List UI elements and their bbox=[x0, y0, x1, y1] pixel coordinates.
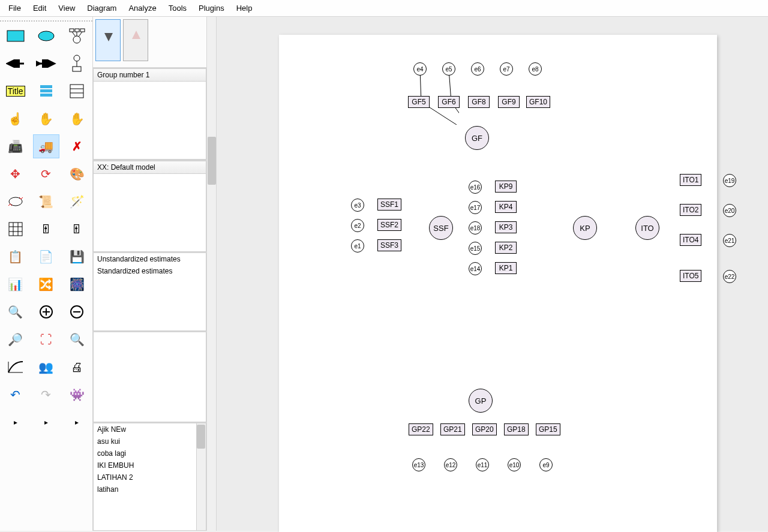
shuffle-tool[interactable]: 🔀 bbox=[33, 272, 59, 296]
obs-GP18[interactable]: GP18 bbox=[504, 423, 529, 435]
obs-GP21[interactable]: GP21 bbox=[440, 423, 465, 435]
table-tool[interactable]: 📋 bbox=[2, 245, 29, 269]
diagram-page[interactable]: GFSSFKPITOGPGF5GF6GF8GF9GF10SSF1SSF2SSF3… bbox=[279, 35, 717, 532]
move-arrows-tool[interactable]: ✥ bbox=[2, 162, 29, 186]
err-e8[interactable]: e8 bbox=[529, 62, 542, 76]
err-e6[interactable]: e6 bbox=[471, 62, 484, 76]
wand-tool[interactable]: 🪄 bbox=[64, 190, 90, 214]
err-e7[interactable]: e7 bbox=[500, 62, 513, 76]
latent-ITO[interactable]: ITO bbox=[635, 216, 659, 240]
save-tool[interactable]: 💾 bbox=[64, 245, 90, 269]
err-e5[interactable]: e5 bbox=[442, 62, 455, 76]
menu-analyze[interactable]: Analyze bbox=[122, 2, 162, 14]
title-tool[interactable]: Title bbox=[2, 79, 29, 103]
canvas-scroll-thumb[interactable] bbox=[208, 137, 216, 185]
groups-panel-head[interactable]: Group number 1 bbox=[93, 68, 206, 82]
zoom-out-tool[interactable] bbox=[64, 300, 90, 324]
err-e22[interactable]: e22 bbox=[723, 270, 736, 283]
rect-tool[interactable] bbox=[2, 24, 29, 48]
obs-GF6[interactable]: GF6 bbox=[438, 96, 460, 108]
file-row[interactable]: latihan bbox=[94, 483, 206, 495]
grab-hand-alt-tool[interactable]: ✋ bbox=[64, 107, 90, 131]
obs-KP9[interactable]: KP9 bbox=[495, 181, 517, 193]
err-e9[interactable]: e9 bbox=[539, 458, 553, 471]
truck-tool[interactable]: 🚚 bbox=[33, 134, 59, 158]
latent-SSF[interactable]: SSF bbox=[429, 216, 453, 240]
menu-diagram[interactable]: Diagram bbox=[81, 2, 122, 14]
output-path-diagram-thumb[interactable] bbox=[123, 19, 148, 61]
fader-tool[interactable]: 🎚 bbox=[33, 217, 59, 241]
menu-plugins[interactable]: Plugins bbox=[193, 2, 230, 14]
file-row[interactable]: IKI EMBUH bbox=[94, 459, 206, 471]
err-e15[interactable]: e15 bbox=[469, 242, 482, 255]
error-tool[interactable] bbox=[64, 52, 90, 76]
models-panel-head[interactable]: XX: Default model bbox=[93, 161, 206, 174]
undo-tool[interactable]: ↶ bbox=[2, 383, 29, 407]
fader-alt-tool[interactable]: 🎚 bbox=[64, 217, 90, 241]
obs-GP15[interactable]: GP15 bbox=[536, 423, 560, 435]
obs-GF8[interactable]: GF8 bbox=[468, 96, 490, 108]
obs-KP4[interactable]: KP4 bbox=[495, 201, 517, 213]
print-tool[interactable]: 🖨 bbox=[64, 355, 90, 379]
obs-KP1[interactable]: KP1 bbox=[495, 262, 517, 274]
obs-GF9[interactable]: GF9 bbox=[498, 96, 520, 108]
fireworks-tool[interactable]: 🎆 bbox=[64, 272, 90, 296]
inspect-tool[interactable]: 🔎 bbox=[2, 327, 29, 351]
err-e18[interactable]: e18 bbox=[469, 221, 482, 235]
fit-tool[interactable]: ⛶ bbox=[33, 327, 59, 351]
find-tool[interactable]: 👾 bbox=[64, 383, 90, 407]
obs-ITO5[interactable]: ITO5 bbox=[680, 270, 701, 282]
latent-GP[interactable]: GP bbox=[469, 389, 493, 413]
files-scrollbar[interactable] bbox=[196, 423, 206, 530]
play-tool[interactable]: ▸ bbox=[2, 410, 29, 434]
stats-tool[interactable]: 📊 bbox=[2, 272, 29, 296]
err-e20[interactable]: e20 bbox=[723, 204, 736, 217]
obs-SSF2[interactable]: SSF2 bbox=[377, 219, 401, 231]
file-row[interactable]: Ajik NEw bbox=[94, 423, 206, 435]
grid-list-tool[interactable] bbox=[64, 79, 90, 103]
menu-view[interactable]: View bbox=[52, 2, 81, 14]
matrix-tool[interactable] bbox=[2, 217, 29, 241]
ellipse-tool[interactable] bbox=[33, 24, 59, 48]
obs-SSF1[interactable]: SSF1 bbox=[377, 199, 401, 211]
point-hand-tool[interactable]: ☝ bbox=[2, 107, 29, 131]
obs-GP20[interactable]: GP20 bbox=[472, 423, 497, 435]
form-tool[interactable]: 📄 bbox=[33, 245, 59, 269]
obs-ITO1[interactable]: ITO1 bbox=[680, 174, 701, 186]
err-e13[interactable]: e13 bbox=[412, 458, 425, 471]
highlight-tool[interactable]: 🔍 bbox=[64, 327, 90, 351]
latent-KP[interactable]: KP bbox=[573, 216, 597, 240]
play-alt2-tool[interactable]: ▸ bbox=[64, 410, 90, 434]
obs-ITO2[interactable]: ITO2 bbox=[680, 204, 701, 216]
err-e10[interactable]: e10 bbox=[508, 458, 521, 471]
err-e2[interactable]: e2 bbox=[351, 219, 364, 232]
obs-GF10[interactable]: GF10 bbox=[526, 96, 550, 108]
menu-edit[interactable]: Edit bbox=[27, 2, 52, 14]
err-e17[interactable]: e17 bbox=[469, 201, 482, 214]
input-path-diagram-thumb[interactable] bbox=[95, 19, 121, 61]
rotate-tool[interactable]: ⟳ bbox=[33, 162, 59, 186]
obs-KP3[interactable]: KP3 bbox=[495, 221, 517, 233]
list-tool[interactable] bbox=[33, 79, 59, 103]
menu-tools[interactable]: Tools bbox=[163, 2, 193, 14]
redo-tool[interactable]: ↷ bbox=[33, 383, 59, 407]
err-e16[interactable]: e16 bbox=[469, 181, 482, 194]
canvas-scrollbar[interactable] bbox=[207, 17, 217, 531]
err-e3[interactable]: e3 bbox=[351, 199, 364, 212]
err-e14[interactable]: e14 bbox=[469, 262, 482, 275]
single-arrow-tool[interactable] bbox=[2, 52, 29, 76]
obs-KP2[interactable]: KP2 bbox=[495, 242, 517, 254]
err-e1[interactable]: e1 bbox=[351, 239, 364, 253]
grab-hand-tool[interactable]: ✋ bbox=[33, 107, 59, 131]
erase-x-tool[interactable]: ✗ bbox=[64, 134, 90, 158]
colorize-tool[interactable]: 🎨 bbox=[64, 162, 90, 186]
obs-GP22[interactable]: GP22 bbox=[409, 423, 433, 435]
double-arrow-tool[interactable] bbox=[33, 52, 59, 76]
zoom-in-tool[interactable] bbox=[33, 300, 59, 324]
zoom-area-tool[interactable]: 🔍 bbox=[2, 300, 29, 324]
err-e19[interactable]: e19 bbox=[723, 174, 736, 187]
people-tool[interactable]: 👥 bbox=[33, 355, 59, 379]
scroll-tool[interactable]: 📜 bbox=[33, 190, 59, 214]
menu-help[interactable]: Help bbox=[230, 2, 259, 14]
err-e21[interactable]: e21 bbox=[723, 234, 736, 247]
